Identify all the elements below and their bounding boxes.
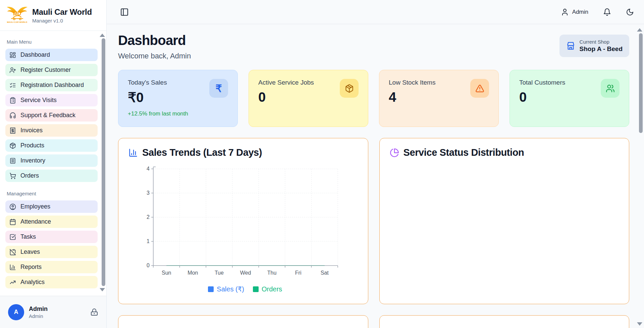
sidebar-item-label: Tasks [20,233,36,240]
dark-mode-moon-icon[interactable] [626,8,634,16]
sidebar-item-service-visits[interactable]: Service Visits [5,94,98,106]
sidebar-toggle-icon[interactable] [120,8,129,16]
stat-card-todays-sales: Today's Sales ₹0 +12.5% from last month … [118,70,238,127]
sidebar-item-orders[interactable]: Orders [5,170,98,182]
main-scrollbar-thumb[interactable] [639,33,643,133]
sidebar-scrollbar-thumb[interactable] [102,38,105,286]
svg-text:Sat: Sat [321,270,329,276]
sidebar-item-label: Employees [20,203,50,210]
section-label: Management [7,191,98,196]
bar-chart-icon [128,148,138,157]
app-window: MD MAULI CAR WORLD Mauli Car World Manag… [0,0,644,328]
legend-swatch [208,286,214,292]
svg-text:Tue: Tue [215,270,224,276]
sidebar-item-inventory[interactable]: Inventory [5,154,98,167]
shopping-cart-icon [9,173,16,179]
legend-label: Orders [262,285,282,293]
svg-text:0: 0 [147,263,150,268]
pie-chart-icon [390,148,399,157]
shop-badge-label: Current Shop [580,39,623,45]
sidebar-section-management: Management Employees Attendance Tasks Le… [5,191,98,288]
footer-user-role: Admin [29,313,48,319]
sidebar-item-products[interactable]: Products [5,139,98,152]
svg-text:4: 4 [147,166,150,172]
user-icon [561,8,569,16]
lock-icon[interactable] [90,308,98,316]
legend-item-sales[interactable]: Sales (₹) [208,285,244,293]
main-scroll-up-arrow[interactable] [637,28,642,32]
partial-card-right [379,315,630,328]
sidebar-nav: Main Menu Dashboard Register Customer Re… [0,31,106,296]
archive-icon [9,157,16,164]
app-version: Manager v1.0 [32,18,92,24]
topbar-user-menu[interactable]: Admin [561,8,588,16]
main-scroll-down-arrow[interactable] [637,322,642,326]
sidebar-header: MD MAULI CAR WORLD Mauli Car World Manag… [0,0,106,31]
sidebar-scroll-up-arrow[interactable] [100,34,105,37]
sidebar-item-label: Products [20,142,44,149]
svg-text:Thu: Thu [267,270,277,276]
current-shop-badge[interactable]: Current Shop Shop A - Beed [559,35,629,57]
avatar: A [8,304,24,320]
sidebar-item-label: Service Visits [20,97,57,104]
sidebar-item-analytics[interactable]: Analytics [5,276,98,288]
chart-title: Service Status Distribution [404,147,524,158]
svg-text:2: 2 [147,214,150,220]
sidebar-item-registration-dashboard[interactable]: Registration Dashboard [5,79,98,91]
sidebar-item-label: Support & Feedback [20,112,75,119]
calendar-off-icon [9,249,16,255]
stat-card-total-customers: Total Customers 0 [509,70,629,127]
partial-card-left [118,315,368,328]
brand-logo-icon: MD MAULI CAR WORLD [6,5,28,26]
topbar: Admin [107,0,644,24]
sidebar-item-leaves[interactable]: Leaves [5,246,98,258]
shop-badge-value: Shop A - Beed [580,45,623,53]
legend-label: Sales (₹) [217,285,244,293]
main-area: Admin Dashboard Welcome back, Admin Curr… [107,0,644,328]
sales-trends-line-chart: 01234SunMonTueWedThuFriSat [132,164,358,284]
sidebar-item-dashboard[interactable]: Dashboard [5,49,98,61]
service-status-card: Service Status Distribution [379,138,630,304]
sidebar-item-register-customer[interactable]: Register Customer [5,64,98,76]
legend-swatch [253,286,259,292]
svg-text:Mon: Mon [187,270,198,276]
task-check-icon [9,234,16,240]
sidebar-item-invoices[interactable]: Invoices [5,124,98,137]
sidebar-item-support-feedback[interactable]: Support & Feedback [5,109,98,122]
sales-trends-card: Sales Trends (Last 7 Days) 01234SunMonTu… [118,138,368,304]
store-icon [566,41,575,50]
sidebar-item-reports[interactable]: Reports [5,261,98,273]
layout-dashboard-icon [9,52,16,58]
package-icon [9,142,16,149]
headphones-icon [9,112,16,119]
chart-legend: Sales (₹) Orders [132,285,358,293]
package-icon [340,79,359,98]
svg-text:Sun: Sun [162,270,171,276]
sidebar-item-label: Invoices [20,127,43,134]
legend-item-orders[interactable]: Orders [253,285,282,293]
alert-triangle-icon [470,79,489,98]
topbar-user-label: Admin [572,9,588,15]
sidebar-item-tasks[interactable]: Tasks [5,231,98,243]
footer-user-name: Admin [29,306,48,313]
sidebar-item-label: Inventory [20,157,45,164]
user-circle-icon [9,203,16,210]
svg-text:3: 3 [147,190,150,196]
sidebar-item-label: Leaves [20,248,40,255]
stat-trend-note: +12.5% from last month [128,110,228,117]
chart-title: Sales Trends (Last 7 Days) [142,147,262,158]
page-title: Dashboard [118,33,191,48]
sidebar-item-label: Orders [20,172,39,179]
receipt-icon [9,127,16,134]
user-plus-icon [9,67,16,74]
sidebar-item-employees[interactable]: Employees [5,200,98,213]
sidebar-item-label: Analytics [20,279,45,286]
welcome-text: Welcome back, Admin [118,52,191,60]
sidebar-item-label: Reports [20,264,42,271]
bell-icon[interactable] [603,8,611,16]
svg-text:1: 1 [147,238,150,244]
sidebar-item-label: Attendance [20,218,51,225]
sidebar-scroll-down-arrow[interactable] [100,288,105,291]
svg-text:Wed: Wed [240,270,251,276]
sidebar-item-attendance[interactable]: Attendance [5,216,98,228]
